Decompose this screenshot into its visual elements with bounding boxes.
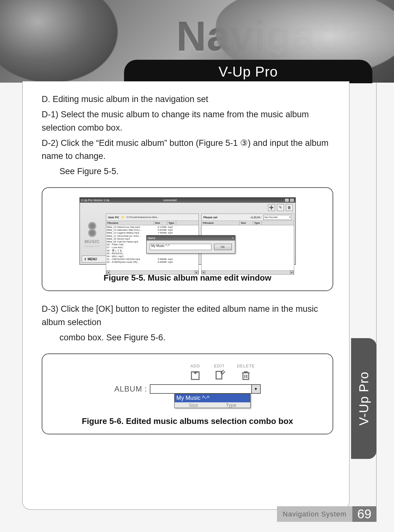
dialog-close-icon[interactable]: ×	[232, 236, 233, 240]
scroll-right-button[interactable]: ▸	[290, 271, 294, 275]
name-dialog: Name × My Music ^-^ OK	[146, 235, 235, 254]
add-icon[interactable]: ➕	[268, 204, 275, 211]
chevron-down-icon[interactable]: ▼	[251, 385, 260, 393]
edit-icon	[213, 369, 226, 382]
right-columns: Filename Size Type	[202, 221, 294, 225]
delete-icon[interactable]: 🗑	[286, 204, 293, 211]
left-path: D:\Private\Nakashima Mika -	[127, 216, 159, 219]
dialog-name-input[interactable]: My Music ^-^	[150, 244, 211, 250]
right-pane-label: Please set	[204, 216, 218, 219]
album-combo-field[interactable]: ▼	[150, 384, 261, 394]
footer-label: Navigation System	[277, 506, 352, 522]
figure-5-6-caption: Figure 5-6. Edited music albums selectio…	[52, 416, 323, 426]
step-d: D. Editing music album in the navigation…	[42, 93, 333, 106]
screenshot-edit-window: V Up Pro Version 1.0a connected – × ➕ ✎ …	[79, 197, 296, 265]
trash-icon	[239, 369, 252, 382]
edit-button[interactable]: EDIT	[213, 364, 226, 382]
section-tab: V-Up Pro	[124, 60, 372, 82]
side-tab-label: V-Up Pro	[357, 372, 371, 426]
step-d3-b: combo box. See Figure 5-6.	[42, 331, 333, 344]
dialog-title: Name	[148, 236, 156, 240]
side-tab: V-Up Pro	[351, 338, 377, 459]
delete-button[interactable]: DELETE	[237, 364, 255, 382]
menu-icon: ⇧	[84, 257, 86, 261]
step-d1: D-1) Select the music album to change it…	[42, 108, 333, 135]
figure-5-5-box: V Up Pro Version 1.0a connected – × ➕ ✎ …	[42, 187, 333, 291]
content-panel: D. Editing music album in the navigation…	[22, 81, 349, 510]
app-logo: MUSIC management	[80, 212, 105, 276]
dialog-ok-button[interactable]: OK	[214, 244, 232, 250]
side-rule	[376, 82, 377, 522]
hero-title: Navigation	[176, 13, 394, 60]
col-size-ghost: Size	[175, 402, 212, 408]
step-d2-b: See Figure 5-5.	[42, 165, 333, 178]
add-button[interactable]: ADD	[189, 364, 202, 382]
toolbar: ➕ ✎ 🗑	[80, 203, 295, 212]
logo-music: MUSIC	[85, 239, 100, 244]
album-combo[interactable]: My Favorite▾	[263, 215, 292, 220]
album-label: ALBUM :	[250, 216, 262, 219]
figure-5-6-box: ADD EDIT DELETE	[42, 353, 333, 434]
add-icon	[189, 369, 202, 382]
album-dropdown: My Music ^-^ Size Type	[174, 394, 251, 408]
edit-icon[interactable]: ✎	[277, 204, 284, 211]
screenshot-combo-box: ADD EDIT DELETE	[114, 364, 261, 408]
left-pane-label: User PC	[108, 216, 119, 219]
page-footer: Navigation System 69	[277, 506, 377, 522]
album-dropdown-item[interactable]: My Music ^-^	[175, 394, 250, 402]
app-status: connected	[163, 199, 176, 202]
page-number: 69	[352, 506, 377, 522]
close-button[interactable]: ×	[290, 198, 294, 202]
album-label: ALBUM :	[114, 385, 147, 393]
section-tab-label: V-Up Pro	[218, 64, 278, 80]
step-d2-a: D-2) Click the “Edit music album” button…	[42, 137, 333, 163]
col-type-ghost: Type	[212, 402, 250, 408]
app-title: V Up Pro Version 1.0a	[81, 199, 109, 202]
logo-mgmt: management	[85, 245, 100, 248]
step-d3-a: D-3) Click the [OK] button to register t…	[42, 303, 333, 329]
left-columns: Filename Size Type	[106, 221, 198, 225]
minimize-button[interactable]: –	[285, 198, 289, 202]
app-titlebar: V Up Pro Version 1.0a connected – ×	[80, 198, 295, 203]
